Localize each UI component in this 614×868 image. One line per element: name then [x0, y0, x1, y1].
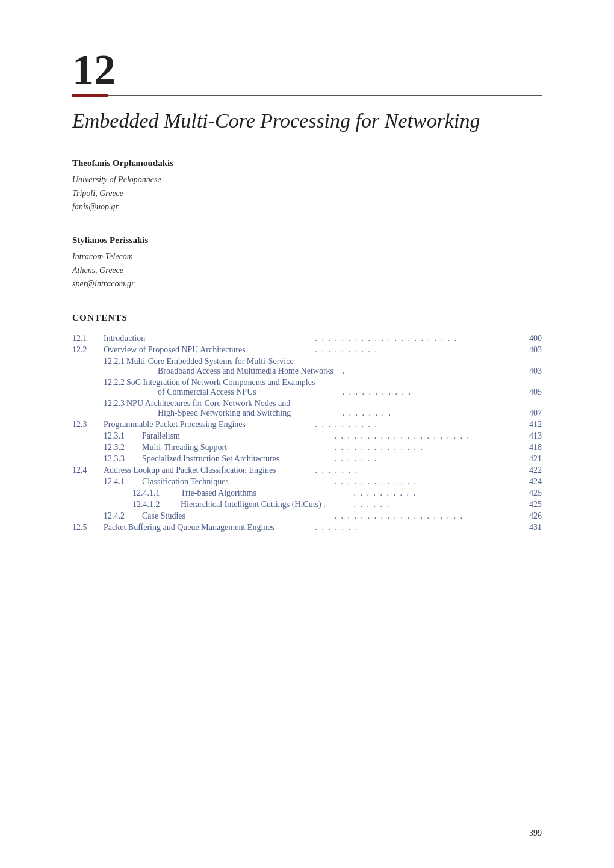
chapter-rule [72, 94, 542, 97]
toc-page-12-2-3: 407 [520, 408, 542, 418]
toc-dots-12-4-1-2: . . . . . . [350, 500, 518, 509]
author-1-name: Theofanis Orphanoudakis [72, 158, 542, 168]
toc-title-12-3-2: Multi-Threading Support [142, 443, 329, 452]
toc-title-12-4: Address Lookup and Packet Classification… [104, 466, 309, 475]
toc-dots-12-3-3: . . . . . . . [331, 454, 518, 464]
toc-title-12-3: Programmable Packet Processing Engines [104, 420, 309, 429]
toc-page-12-3-2: 418 [520, 443, 542, 452]
toc-num-12-4-1-2: 12.4.1.2 [132, 500, 181, 509]
author-2-affiliation-line-3: sper@intracom.gr [72, 277, 542, 291]
toc-num-12-5: 12.5 [72, 523, 104, 532]
toc-page-12-4-1-2: 425 [520, 500, 542, 509]
toc-title-12-4-1-2: Hierarchical Intelligent Cuttings (HiCut… [181, 500, 348, 509]
toc-item-12-4-2[interactable]: 12.4.2 Case Studies . . . . . . . . . . … [72, 511, 542, 521]
toc-dots-12-4-1: . . . . . . . . . . . . . [331, 477, 518, 487]
toc-title-12-2: Overview of Proposed NPU Architectures [104, 345, 309, 355]
toc-item-12-2-3[interactable]: 12.2.3 NPU Architectures for Core Networ… [72, 399, 542, 418]
toc-page-12-4-1-1: 425 [520, 488, 542, 498]
toc-dots-12-2: . . . . . . . . . . [312, 345, 518, 355]
author-block-2: Stylianos Perissakis Intracom Telecom At… [72, 235, 542, 291]
toc-item-12-3-1[interactable]: 12.3.1 Parallelism . . . . . . . . . . .… [72, 431, 542, 441]
toc-title-12-4-1: Classification Techniques [142, 477, 329, 487]
toc-title-12-2-1: Multi-Core Embedded Systems for Multi-Se… [126, 357, 542, 366]
chapter-title: Embedded Multi-Core Processing for Netwo… [72, 108, 542, 134]
toc-num-12-3-2: 12.3.2 [104, 443, 142, 452]
toc-title-12-2-2: SoC Integration of Network Components an… [126, 378, 542, 387]
toc-page-12-3: 412 [520, 420, 542, 429]
toc: 12.1 Introduction . . . . . . . . . . . … [72, 334, 542, 532]
toc-item-12-2[interactable]: 12.2 Overview of Proposed NPU Architectu… [72, 345, 542, 355]
chapter-rule-line [108, 95, 542, 96]
toc-page-12-4: 422 [520, 466, 542, 475]
toc-item-12-4-1-1[interactable]: 12.4.1.1 Trie-based Algorithms . . . . .… [72, 488, 542, 498]
toc-item-12-2-2[interactable]: 12.2.2 SoC Integration of Network Compon… [72, 378, 542, 397]
toc-dots-12-3-1: . . . . . . . . . . . . . . . . . . . . … [331, 431, 518, 441]
toc-num-12-2-2: 12.2.2 [72, 378, 126, 387]
toc-dots-12-2-2: . . . . . . . . . . . [339, 387, 518, 397]
toc-page-12-1: 400 [520, 334, 542, 343]
toc-item-12-2-1[interactable]: 12.2.1 Multi-Core Embedded Systems for M… [72, 357, 542, 376]
contents-header: CONTENTS [72, 313, 542, 323]
toc-title-12-4-1-1: Trie-based Algorithms [181, 488, 348, 498]
toc-page-12-4-2: 426 [520, 511, 542, 521]
toc-title-12-1: Introduction [104, 334, 309, 343]
toc-item-12-5[interactable]: 12.5 Packet Buffering and Queue Manageme… [72, 523, 542, 532]
toc-dots-12-4-1-1: . . . . . . . . . . [350, 488, 518, 498]
toc-page-12-5: 431 [520, 523, 542, 532]
toc-page-12-3-1: 413 [520, 431, 542, 441]
toc-item-12-4-1-2[interactable]: 12.4.1.2 Hierarchical Intelligent Cuttin… [72, 500, 542, 509]
toc-dots-12-2-1: . [339, 366, 518, 376]
toc-num-12-2-3: 12.2.3 [72, 399, 126, 408]
author-1-affiliation: University of Peloponnese Tripoli, Greec… [72, 173, 542, 214]
toc-item-12-3-3[interactable]: 12.3.3 Specialized Instruction Set Archi… [72, 454, 542, 464]
author-2-name: Stylianos Perissakis [72, 235, 542, 245]
toc-num-12-3-1: 12.3.1 [104, 431, 142, 441]
toc-dots-12-5: . . . . . . . [312, 523, 518, 532]
page: 12 Embedded Multi-Core Processing for Ne… [0, 0, 614, 868]
toc-page-12-2-2: 405 [520, 387, 542, 397]
toc-title-12-2-3-cont: High-Speed Networking and Switching [158, 408, 336, 418]
toc-item-12-3-2[interactable]: 12.3.2 Multi-Threading Support . . . . .… [72, 443, 542, 452]
page-number: 399 [529, 828, 542, 838]
toc-title-12-2-1-cont: Broadband Access and Multimedia Home Net… [158, 366, 336, 376]
toc-title-12-3-3: Specialized Instruction Set Architecture… [142, 454, 329, 464]
author-2-affiliation-line-2: Athens, Greece [72, 264, 542, 277]
toc-dots-12-2-3: . . . . . . . . [339, 408, 518, 418]
toc-num-12-4-1-1: 12.4.1.1 [132, 488, 181, 498]
toc-title-12-3-1: Parallelism [142, 431, 329, 441]
toc-item-12-4[interactable]: 12.4 Address Lookup and Packet Classific… [72, 466, 542, 475]
toc-num-12-3: 12.3 [72, 420, 104, 429]
toc-num-12-4: 12.4 [72, 466, 104, 475]
chapter-rule-accent [72, 94, 108, 97]
toc-page-12-4-1: 424 [520, 477, 542, 487]
toc-dots-12-1: . . . . . . . . . . . . . . . . . . . . … [312, 334, 518, 343]
toc-page-12-2: 403 [520, 345, 542, 355]
author-1-affiliation-line-3: fanis@uop.gr [72, 200, 542, 214]
toc-dots-12-4-2: . . . . . . . . . . . . . . . . . . . . [331, 511, 518, 521]
toc-title-12-2-3: NPU Architectures for Core Network Nodes… [126, 399, 542, 408]
toc-num-12-2: 12.2 [72, 345, 104, 355]
toc-num-12-4-1: 12.4.1 [104, 477, 142, 487]
toc-dots-12-3: . . . . . . . . . . [312, 420, 518, 429]
toc-item-12-4-1[interactable]: 12.4.1 Classification Techniques . . . .… [72, 477, 542, 487]
author-1-affiliation-line-2: Tripoli, Greece [72, 187, 542, 200]
chapter-number: 12 [72, 48, 542, 91]
toc-dots-12-3-2: . . . . . . . . . . . . . . [331, 443, 518, 452]
author-2-affiliation: Intracom Telecom Athens, Greece sper@int… [72, 250, 542, 291]
toc-title-12-4-2: Case Studies [142, 511, 329, 521]
toc-page-12-3-3: 421 [520, 454, 542, 464]
toc-title-12-5: Packet Buffering and Queue Management En… [104, 523, 309, 532]
toc-num-12-2-1: 12.2.1 [72, 357, 126, 366]
toc-num-12-1: 12.1 [72, 334, 104, 343]
toc-num-12-4-2: 12.4.2 [104, 511, 142, 521]
author-2-affiliation-line-1: Intracom Telecom [72, 250, 542, 263]
author-1-affiliation-line-1: University of Peloponnese [72, 173, 542, 186]
toc-page-12-2-1: 403 [520, 366, 542, 376]
toc-num-12-3-3: 12.3.3 [104, 454, 142, 464]
toc-dots-12-4: . . . . . . . [312, 466, 518, 475]
toc-item-12-1[interactable]: 12.1 Introduction . . . . . . . . . . . … [72, 334, 542, 343]
toc-title-12-2-2-cont: of Commercial Access NPUs [158, 387, 336, 397]
toc-item-12-3[interactable]: 12.3 Programmable Packet Processing Engi… [72, 420, 542, 429]
author-block-1: Theofanis Orphanoudakis University of Pe… [72, 158, 542, 214]
